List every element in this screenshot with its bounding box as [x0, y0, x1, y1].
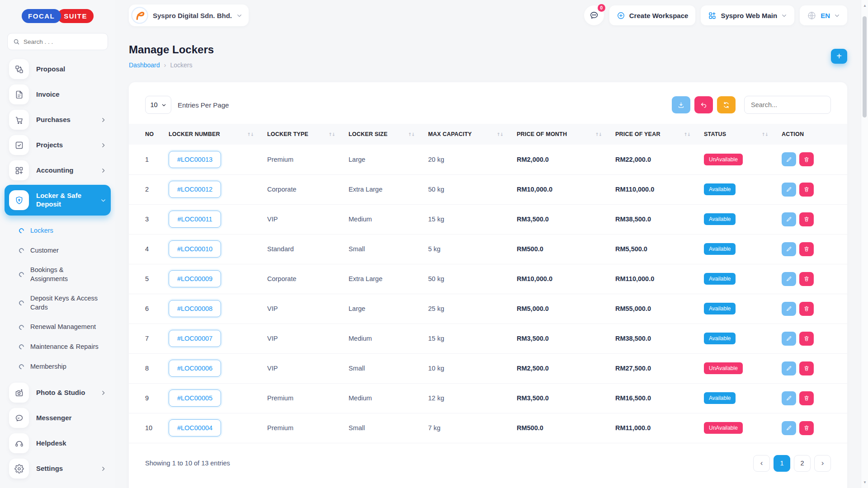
sidebar-subitem-maintenance-repairs[interactable]: Maintenance & Repairs: [15, 337, 111, 357]
delete-button[interactable]: [799, 183, 814, 197]
sort-icon[interactable]: ↑↓: [761, 132, 768, 137]
company-selector[interactable]: Syspro Digital Sdn. Bhd.: [129, 5, 249, 26]
create-workspace-button[interactable]: Create Workspace: [609, 5, 696, 25]
edit-button[interactable]: [782, 421, 796, 435]
edit-button[interactable]: [782, 361, 796, 375]
pagination-next-button[interactable]: ›: [814, 455, 831, 472]
edit-button[interactable]: [782, 391, 796, 405]
sort-icon[interactable]: ↑↓: [247, 132, 254, 137]
scrollbar-thumb[interactable]: [863, 16, 867, 117]
sort-icon[interactable]: ↑↓: [595, 132, 602, 137]
scroll-down-arrow-icon[interactable]: ▼: [861, 480, 868, 484]
sort-icon[interactable]: ↑↓: [684, 132, 690, 137]
sidebar-subitem-membership[interactable]: Membership: [15, 357, 111, 377]
row-actions: [782, 183, 840, 197]
status-badge: Available: [704, 183, 736, 195]
delete-button[interactable]: [799, 212, 814, 226]
sidebar-item-proposal[interactable]: Proposal: [5, 56, 111, 82]
locker-number-chip[interactable]: #LOC00009: [169, 270, 221, 287]
locker-number-chip[interactable]: #LOC00006: [169, 360, 221, 377]
table-search-input[interactable]: [744, 96, 831, 114]
edit-button[interactable]: [782, 242, 796, 256]
chat-button[interactable]: 0: [584, 5, 604, 25]
delete-button[interactable]: [799, 302, 814, 316]
row-actions: [782, 332, 840, 346]
edit-button[interactable]: [782, 302, 796, 316]
sidebar-subitem-lockers[interactable]: Lockers: [15, 221, 111, 241]
edit-button[interactable]: [782, 332, 796, 346]
app-logo: FOCAL SUITE: [0, 9, 115, 23]
export-download-button[interactable]: [672, 96, 690, 113]
edit-button[interactable]: [782, 183, 796, 197]
column-header-locker-size[interactable]: LOCKER SIZE↑↓: [341, 124, 421, 145]
delete-button[interactable]: [799, 421, 814, 435]
table-row: 2#LOC00012CorporateExtra Large50 kgRM10,…: [129, 174, 847, 204]
sidebar-search[interactable]: [7, 33, 108, 50]
delete-button[interactable]: [799, 242, 814, 256]
sort-icon[interactable]: ↑↓: [408, 132, 415, 137]
breadcrumb-dashboard-link[interactable]: Dashboard: [129, 61, 160, 69]
sidebar-item-locker-safe-deposit[interactable]: Locker & Safe Deposit: [5, 185, 111, 216]
cell-size: Large: [341, 294, 421, 324]
sidebar-subitem-renewal-management[interactable]: Renewal Management: [15, 317, 111, 337]
entries-per-page-select[interactable]: 10: [145, 96, 171, 114]
edit-button[interactable]: [782, 272, 796, 286]
locker-number-chip[interactable]: #LOC00005: [169, 389, 221, 407]
delete-button[interactable]: [799, 391, 814, 405]
locker-number-chip[interactable]: #LOC00012: [169, 181, 221, 198]
locker-number-chip[interactable]: #LOC00004: [169, 419, 221, 436]
sidebar-search-input[interactable]: [24, 38, 102, 45]
undo-button[interactable]: [694, 96, 713, 113]
sort-icon[interactable]: ↑↓: [496, 132, 503, 137]
sort-icon[interactable]: ↑↓: [328, 132, 335, 137]
sidebar-subitem-deposit-keys-access-cards[interactable]: Deposit Keys & Access Cards: [15, 289, 111, 317]
column-header-price-of-year[interactable]: PRICE OF YEAR↑↓: [608, 124, 697, 145]
workspace-name: Syspro Web Main: [721, 12, 777, 19]
sidebar-item-projects[interactable]: Projects: [5, 132, 111, 158]
pagination-prev-button[interactable]: ‹: [753, 455, 770, 472]
column-header-price-of-month[interactable]: PRICE OF MONTH↑↓: [509, 124, 608, 145]
column-header-locker-type[interactable]: LOCKER TYPE↑↓: [260, 124, 341, 145]
pagination-page-2[interactable]: 2: [794, 455, 811, 472]
delete-button[interactable]: [799, 272, 814, 286]
sidebar-item-label: Accounting: [36, 166, 93, 175]
cell-price-month: RM2,500.0: [509, 353, 608, 383]
edit-button[interactable]: [782, 212, 796, 226]
delete-button[interactable]: [799, 361, 814, 375]
column-header-status[interactable]: STATUS↑↓: [697, 124, 774, 145]
language-selector[interactable]: EN: [800, 5, 847, 25]
cell-no: 7: [129, 324, 161, 353]
edit-button[interactable]: [782, 152, 796, 166]
sidebar-item-accounting[interactable]: Accounting: [5, 158, 111, 183]
status-badge: UnAvailable: [704, 362, 743, 374]
refresh-button[interactable]: [717, 96, 736, 113]
locker-number-chip[interactable]: #LOC00007: [169, 330, 221, 347]
delete-button[interactable]: [799, 152, 814, 166]
sidebar-item-purchases[interactable]: Purchases: [5, 107, 111, 132]
add-locker-button[interactable]: +: [831, 49, 847, 64]
top-header: Syspro Digital Sdn. Bhd. 0 Create Worksp…: [129, 0, 847, 26]
sidebar-item-photo-studio[interactable]: Photo & Studio: [5, 380, 111, 405]
column-header-max-capacity[interactable]: MAX CAPACITY↑↓: [421, 124, 509, 145]
pagination-page-1[interactable]: 1: [774, 455, 790, 472]
column-header-no: NO: [129, 124, 161, 145]
locker-number-chip[interactable]: #LOC00008: [169, 300, 221, 317]
sidebar-item-settings[interactable]: Settings: [5, 456, 111, 481]
window-scrollbar[interactable]: ▲ ▼: [861, 0, 868, 488]
scroll-up-arrow-icon[interactable]: ▲: [861, 4, 868, 8]
locker-number-chip[interactable]: #LOC00011: [169, 211, 221, 228]
cell-size: Medium: [341, 324, 421, 353]
locker-number-chip[interactable]: #LOC00010: [169, 240, 221, 258]
sidebar-item-helpdesk[interactable]: Helpdesk: [5, 431, 111, 456]
cell-locker-number: #LOC00004: [161, 413, 260, 443]
locker-number-chip[interactable]: #LOC00013: [169, 151, 221, 168]
workspace-selector[interactable]: Syspro Web Main: [701, 5, 794, 25]
sidebar-subitem-bookings-assignments[interactable]: Bookings & Assignments: [15, 260, 111, 289]
sidebar-item-messenger[interactable]: Messenger: [5, 405, 111, 431]
status-badge: Available: [704, 213, 736, 225]
sidebar-subitem-customer[interactable]: Customer: [15, 241, 111, 261]
column-header-locker-number[interactable]: LOCKER NUMBER↑↓: [161, 124, 260, 145]
delete-button[interactable]: [799, 332, 814, 346]
chevron-down-icon: [100, 197, 106, 203]
sidebar-item-invoice[interactable]: Invoice: [5, 82, 111, 107]
